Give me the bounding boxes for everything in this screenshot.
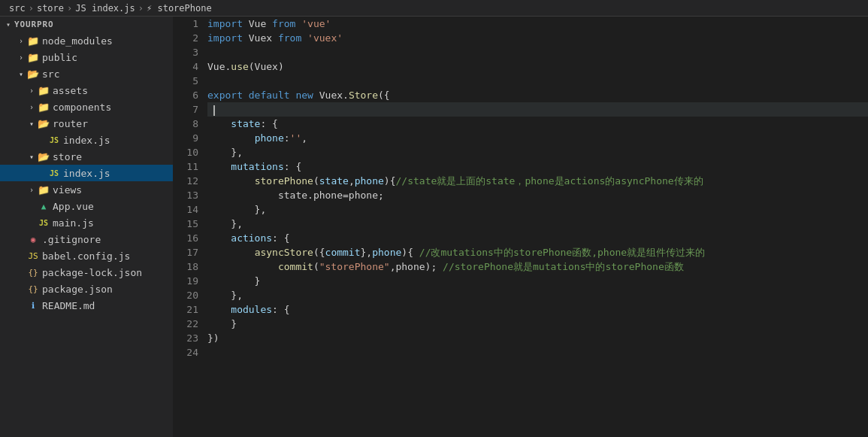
sidebar-label-router-index: index.js bbox=[63, 135, 110, 146]
folder-open-icon: 📂 bbox=[27, 68, 39, 80]
breadcrumb-file: JS index.js bbox=[75, 3, 135, 14]
token-plain: : bbox=[284, 132, 290, 144]
vue-icon: ▲ bbox=[38, 200, 50, 212]
token-kw: import bbox=[207, 32, 243, 44]
code-line-13: state.phone=phone; bbox=[207, 188, 868, 202]
token-plain: ( bbox=[313, 175, 319, 187]
line-num-6: 6 bbox=[173, 88, 198, 102]
sidebar-item-router-index[interactable]: JSindex.js bbox=[0, 132, 173, 148]
breadcrumb: src › store › JS index.js › ⚡ storePhone bbox=[0, 0, 868, 17]
sidebar-label-src: src bbox=[42, 68, 59, 80]
token-prop: phone bbox=[255, 132, 284, 144]
token-plain: } bbox=[207, 318, 237, 329]
token-str: 'vuex' bbox=[307, 32, 343, 44]
line-numbers: 123456789101112131415161718192021222324 bbox=[173, 17, 204, 437]
token-prop: mutations bbox=[231, 161, 283, 172]
editor: 123456789101112131415161718192021222324 … bbox=[173, 17, 868, 437]
sidebar-label-gitignore: .gitignore bbox=[42, 234, 101, 245]
sidebar-item-package-json[interactable]: {}package.json bbox=[0, 281, 173, 297]
token-fn: storePhone bbox=[255, 175, 313, 187]
sidebar-item-readme[interactable]: ℹREADME.md bbox=[0, 297, 173, 314]
sidebar-item-public[interactable]: 📁public bbox=[0, 49, 173, 65]
sidebar-item-gitignore[interactable]: ◉.gitignore bbox=[0, 231, 173, 247]
code-line-15: }, bbox=[207, 217, 868, 231]
sidebar-item-main-js[interactable]: JSmain.js bbox=[0, 214, 173, 231]
code-line-16: actions: { bbox=[207, 231, 868, 245]
token-plain: , bbox=[301, 132, 307, 144]
folder-closed-icon: 📁 bbox=[38, 184, 50, 196]
token-plain: }, bbox=[207, 290, 243, 301]
sidebar-item-store-index[interactable]: JSindex.js bbox=[0, 165, 173, 181]
sidebar-item-store[interactable]: 📂store bbox=[0, 148, 173, 165]
sidebar-item-assets[interactable]: 📁assets bbox=[0, 82, 173, 99]
code-line-4: Vue.use(Vuex) bbox=[207, 59, 868, 74]
line-num-2: 2 bbox=[173, 31, 198, 45]
sidebar: ▾ YOURPRO 📁node_modules📁public📂src📁asset… bbox=[0, 17, 173, 437]
sidebar-item-router[interactable]: 📂router bbox=[0, 115, 173, 132]
token-kw: import bbox=[207, 18, 243, 29]
line-num-21: 21 bbox=[173, 302, 198, 317]
sidebar-item-node_modules[interactable]: 📁node_modules bbox=[0, 32, 173, 49]
line-num-1: 1 bbox=[173, 17, 198, 31]
code-line-23: }) bbox=[207, 331, 868, 345]
sidebar-tree: 📁node_modules📁public📂src📁assets📁componen… bbox=[0, 32, 173, 314]
code-line-6: export default new Vuex.Store({ bbox=[207, 88, 868, 102]
code-line-8: state: { bbox=[207, 117, 868, 131]
sidebar-item-app-vue[interactable]: ▲App.vue bbox=[0, 198, 173, 214]
json-icon: {} bbox=[27, 283, 39, 295]
token-comment: //state就是上面的state，phone是actions的asyncPho… bbox=[396, 175, 703, 187]
token-plain: ){ bbox=[384, 175, 396, 187]
sidebar-item-babel[interactable]: JSbabel.config.js bbox=[0, 247, 173, 264]
git-icon: ◉ bbox=[27, 233, 39, 245]
sidebar-label-main-js: main.js bbox=[53, 217, 94, 229]
chevron-node_modules bbox=[15, 35, 27, 47]
code-content[interactable]: import Vue from 'vue'import Vuex from 'v… bbox=[204, 17, 868, 437]
chevron-store bbox=[26, 150, 38, 162]
token-plain bbox=[243, 90, 249, 101]
token-plain: ({ bbox=[378, 90, 390, 101]
sidebar-item-package-lock[interactable]: {}package-lock.json bbox=[0, 264, 173, 281]
js-icon: JS bbox=[38, 217, 50, 229]
line-num-14: 14 bbox=[173, 202, 198, 217]
token-plain: }) bbox=[207, 332, 219, 344]
token-plain bbox=[207, 304, 231, 315]
line-num-8: 8 bbox=[173, 117, 198, 131]
code-area[interactable]: 123456789101112131415161718192021222324 … bbox=[173, 17, 868, 437]
code-line-11: mutations: { bbox=[207, 159, 868, 174]
token-plain: Vuex bbox=[243, 32, 278, 44]
line-num-7: 7 bbox=[173, 102, 198, 117]
sidebar-label-store-index: index.js bbox=[63, 168, 110, 179]
sidebar-item-components[interactable]: 📁components bbox=[0, 99, 173, 115]
cursor bbox=[213, 105, 215, 116]
folder-closed-icon: 📁 bbox=[38, 84, 50, 96]
sidebar-label-package-json: package.json bbox=[42, 284, 113, 295]
folder-closed-icon: 📁 bbox=[27, 35, 39, 47]
code-line-18: commit("storePhone",phone); //storePhone… bbox=[207, 259, 868, 274]
token-plain: } bbox=[207, 275, 260, 287]
token-plain bbox=[207, 247, 255, 258]
breadcrumb-store: store bbox=[37, 3, 64, 14]
readme-icon: ℹ bbox=[27, 299, 39, 311]
token-plain bbox=[207, 132, 255, 144]
token-plain: }, bbox=[361, 247, 373, 258]
token-kw: from bbox=[272, 18, 295, 29]
sidebar-label-views: views bbox=[53, 184, 82, 196]
chevron-components bbox=[26, 101, 38, 113]
sidebar-item-src[interactable]: 📂src bbox=[0, 65, 173, 82]
line-num-22: 22 bbox=[173, 317, 198, 331]
chevron-router bbox=[26, 117, 38, 129]
code-line-21: modules: { bbox=[207, 302, 868, 317]
token-plain: }, bbox=[207, 218, 243, 229]
sidebar-label-assets: assets bbox=[53, 85, 88, 96]
chevron-views bbox=[26, 184, 38, 196]
sidebar-item-views[interactable]: 📁views bbox=[0, 181, 173, 198]
babel-icon: JS bbox=[27, 250, 39, 262]
sidebar-label-package-lock: package-lock.json bbox=[42, 267, 142, 278]
breadcrumb-sep2: › bbox=[67, 3, 72, 14]
token-comment: //storePhone就是mutations中的storePhone函数 bbox=[443, 261, 684, 272]
sidebar-label-node_modules: node_modules bbox=[42, 35, 113, 47]
token-plain bbox=[207, 118, 231, 129]
token-plain: , bbox=[349, 175, 355, 187]
line-num-10: 10 bbox=[173, 145, 198, 159]
sidebar-label-public: public bbox=[42, 52, 77, 63]
